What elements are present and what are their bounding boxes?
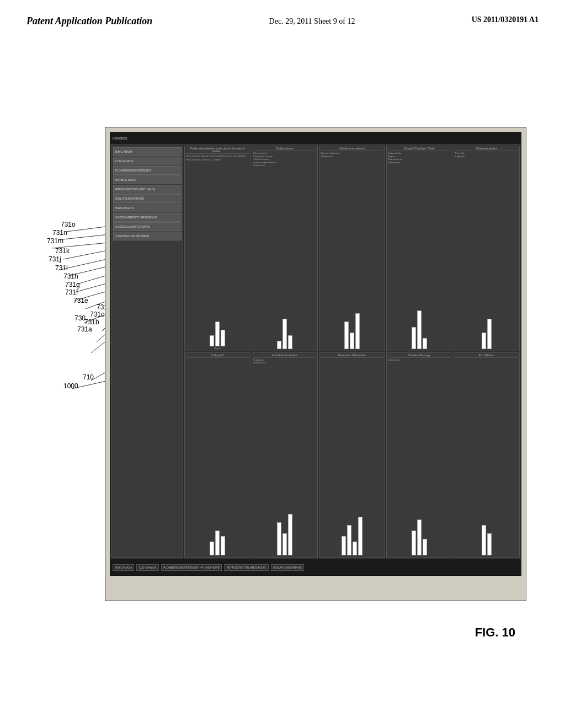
screen-content: BIM-CANADA CLD-CANADA PLOMBERIE/REVÊTEME… <box>110 144 521 559</box>
list-item: GAZON/JARDIN/TC-RÉSIDENCE <box>113 213 182 222</box>
bar <box>355 313 360 349</box>
bar <box>221 330 225 346</box>
panels-grid: Publier selon plusieurs profils dans la … <box>184 146 520 558</box>
panel-bars-10 <box>455 358 518 556</box>
panel-header-4: Garage / Chauffage / Vitrée <box>388 147 451 151</box>
ref-731f: 731f <box>65 288 78 296</box>
patent-number: US 2011/0320191 A1 <box>472 15 539 24</box>
list-item: RÉFRIGÉRATION (MÉCHIQUE) <box>113 185 182 194</box>
panel-header-7: Activité de coordination <box>253 354 316 358</box>
panel-footer-1: Négatif <box>186 347 249 350</box>
panel-cell-3: Activité de recrutement Taux de satisfac… <box>319 146 385 351</box>
panel-cell-10: Fin / Sélection <box>454 352 520 558</box>
bar <box>282 319 287 349</box>
bar <box>215 322 220 346</box>
bar <box>487 533 492 555</box>
ref-1000: 1000 <box>63 382 78 390</box>
panel-bars-7 <box>253 365 316 556</box>
bar <box>482 333 486 349</box>
panel-cell-1: Publier selon plusieurs profils dans la … <box>184 146 250 351</box>
ref-731e: 731e <box>73 297 88 304</box>
panel-bars-6 <box>186 358 249 556</box>
publication-title: Patent Application Publication <box>26 15 152 27</box>
panel-header-8: Évaluation / Sélectionner <box>321 354 383 358</box>
list-item: CLD-CANADA <box>113 157 182 165</box>
bar <box>210 542 214 555</box>
bar <box>487 319 492 349</box>
bar <box>215 531 220 555</box>
panel-cell-8: Évaluation / Sélectionner <box>319 352 385 558</box>
list-item: MARBRE-NORD <box>113 175 182 184</box>
screen-top-bar: Fonctios <box>110 132 521 144</box>
bar <box>344 322 349 349</box>
bottom-bar-item: RÉFRIGÉRATION (MÉCHIQUE) <box>224 564 268 571</box>
bar <box>282 533 287 555</box>
list-item: 3 TRAVAUX DE BÂTIMENT <box>113 232 182 240</box>
panel-header-9: Domaine / Passage <box>388 354 451 358</box>
bar <box>417 311 422 349</box>
panel-bars-3 <box>321 158 383 349</box>
bar <box>277 522 281 555</box>
bottom-bar-item: BIM-CANADA <box>113 564 134 571</box>
panel-header-3: Activité de recrutement <box>321 147 383 151</box>
panel-bars-9 <box>388 361 451 556</box>
top-bar-text: Fonctios <box>113 136 127 140</box>
panel-header-2: Tableau Interne <box>253 147 316 151</box>
bar <box>482 525 486 555</box>
panel-bars-1 <box>186 162 249 347</box>
figure-label: FIG. 10 <box>475 625 515 640</box>
ref-730: 730 <box>74 314 86 322</box>
sheet-info: Dec. 29, 2011 Sheet 9 of 12 <box>269 15 355 27</box>
panel-bars-8 <box>321 358 383 556</box>
bottom-bar-item: CLD-CANADA <box>136 564 159 571</box>
bar <box>353 542 357 555</box>
diagram-area: 731o 731n 731m 731k 731j 731i 731h 731g … <box>33 72 548 673</box>
bar <box>210 335 214 346</box>
list-item: GAZON/GAZON-TORONTO <box>113 222 182 231</box>
bar <box>412 327 416 349</box>
bar <box>423 539 427 555</box>
bar <box>358 517 363 555</box>
left-sidebar-panel: BIM-CANADA CLD-CANADA PLOMBERIE/REVÊTEME… <box>111 146 183 558</box>
bar <box>417 520 422 555</box>
bar <box>288 335 292 349</box>
ref-710: 710 <box>83 373 94 381</box>
list-item: PERCUSSION <box>113 204 182 212</box>
panel-header-10: Fin / Sélection <box>455 354 518 358</box>
ref-731h: 731h <box>63 272 78 280</box>
panel-header-6: Code gratif <box>186 354 249 358</box>
ref-731c: 731c <box>90 311 104 318</box>
ref-731k: 731k <box>55 247 70 255</box>
ref-731g: 731g <box>65 281 80 288</box>
ref-731o: 731o <box>61 221 76 228</box>
screen-area: Fonctios BIM-CANADA CLD-CANADA PLOMBERIE… <box>110 132 521 576</box>
bottom-bar-item: ISOLATION/BARRAGE <box>271 564 304 571</box>
bar <box>277 341 281 349</box>
list-item: PLOMBERIE/REVÊTEMENT <box>113 166 182 175</box>
ref-731a: 731a <box>77 325 92 333</box>
panel-bars-2 <box>253 167 316 350</box>
panel-cell-2: Tableau Interne Filtre (région)Chantiers… <box>252 146 318 351</box>
list-item: BIM-CANADA <box>113 147 182 156</box>
figure-box: Fonctios BIM-CANADA CLD-CANADA PLOMBERIE… <box>105 127 526 601</box>
panel-header-5: Paiements général <box>455 147 518 151</box>
panel-cell-9: Domaine / Passage Sélectionner <box>386 352 452 558</box>
bar <box>347 525 351 555</box>
list-item: ISOLATION/BARRAGE <box>113 194 182 203</box>
bar <box>288 514 292 555</box>
ref-731b: 731b <box>84 318 99 326</box>
bar <box>350 333 354 349</box>
ref-731n: 731n <box>52 229 67 237</box>
panel-bars-5 <box>455 158 518 349</box>
ref-731j: 731j <box>49 255 61 263</box>
screen-bottom-bar: BIM-CANADA CLD-CANADA PLOMBERIE/REVÊTEME… <box>110 559 521 575</box>
bar <box>221 536 225 555</box>
panel-cell-5: Paiements général PropriétéEmployés <box>454 146 520 351</box>
panel-cell-7: Activité de coordination ÉvaluationSélec… <box>252 352 318 558</box>
ref-731m: 731m <box>47 237 63 245</box>
bottom-bar-item: PLOMBERIE/REVÊTEMENT • PLANO-NORD <box>161 564 222 571</box>
ref-731i: 731i <box>55 264 68 272</box>
panel-cell-4: Garage / Chauffage / Vitrée Surface lock… <box>386 146 452 351</box>
panel-bars-4 <box>388 164 451 349</box>
panel-header-1: Publier selon plusieurs profils dans la … <box>186 147 249 154</box>
